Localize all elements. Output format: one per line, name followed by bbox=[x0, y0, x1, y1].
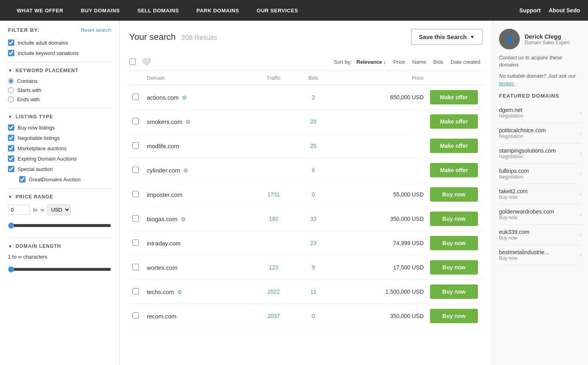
cb-special-label[interactable]: Special auction bbox=[18, 166, 53, 172]
featured-item-7[interactable]: bestmetalindustrie... Buy now › bbox=[499, 245, 582, 265]
save-search-button[interactable]: Save this Search ▼ bbox=[411, 29, 483, 45]
nav-support[interactable]: Support bbox=[519, 7, 541, 14]
radio-contains-label[interactable]: Contains bbox=[17, 78, 37, 84]
featured-item-3[interactable]: fulltrips.com Negotiation › bbox=[499, 164, 582, 184]
cb-keyword-label[interactable]: Include keyword variations bbox=[18, 50, 79, 56]
cb-marketplace-label[interactable]: Marketplace auctions bbox=[18, 145, 67, 151]
traffic-val-5: 182 bbox=[252, 207, 296, 231]
radio-contains[interactable] bbox=[8, 78, 14, 84]
buy-now-button-9[interactable]: Buy now bbox=[430, 309, 478, 323]
search-title: Your search bbox=[129, 32, 176, 42]
col-traffic: Traffic bbox=[252, 71, 296, 85]
cb-marketplace[interactable] bbox=[8, 145, 14, 151]
cb-expiring-label[interactable]: Expiring Domain Auctions bbox=[18, 156, 77, 162]
cb-great-label[interactable]: GreatDomains Auction bbox=[29, 177, 81, 182]
buy-now-button-5[interactable]: Buy now bbox=[430, 212, 478, 226]
featured-arrow-7: › bbox=[580, 251, 582, 259]
gear-icon-8[interactable]: ⚙ bbox=[177, 289, 182, 295]
row-checkbox-4[interactable] bbox=[132, 191, 139, 197]
nav-sell-domains[interactable]: SELL DOMAINS bbox=[128, 0, 187, 21]
search-count: 208 Results bbox=[182, 34, 217, 41]
featured-item-4[interactable]: takeit2.com Buy now › bbox=[499, 184, 582, 204]
table-row: biogas.com ⚙ 182 33 350,000 USD Buy now bbox=[129, 207, 483, 231]
nav-about-sedo[interactable]: About Sedo bbox=[549, 7, 580, 14]
row-checkbox-7[interactable] bbox=[132, 264, 139, 270]
listing-type-section[interactable]: ▼ LISTING TYPE bbox=[8, 114, 111, 120]
reset-search-link[interactable]: Reset search bbox=[81, 27, 111, 33]
cb-buy-now-label[interactable]: Buy now listings bbox=[18, 125, 55, 131]
gear-icon-5[interactable]: ⚙ bbox=[181, 216, 186, 222]
row-checkbox-5[interactable] bbox=[132, 215, 139, 222]
radio-ends-label[interactable]: Ends with bbox=[17, 96, 39, 102]
sort-date-created[interactable]: Date created bbox=[448, 58, 483, 66]
listing-type-arrow: ▼ bbox=[8, 114, 12, 119]
make-offer-button-3[interactable]: Make offer bbox=[430, 163, 478, 177]
domain-length-section[interactable]: ▼ DOMAIN LENGTH bbox=[8, 243, 111, 249]
keyword-placement-arrow: ▼ bbox=[8, 68, 12, 73]
select-all-checkbox[interactable] bbox=[129, 59, 136, 65]
bids-val-7: 9 bbox=[296, 255, 331, 280]
domain-length-slider[interactable] bbox=[8, 266, 111, 273]
traffic-val-7: 123 bbox=[252, 255, 296, 280]
cb-negotiable[interactable] bbox=[8, 135, 14, 141]
table-row: imposter.com 1731 0 55,000 USD Buy now bbox=[129, 182, 483, 207]
row-checkbox-9[interactable] bbox=[132, 312, 139, 319]
currency-select[interactable]: USD EUR GBP bbox=[47, 204, 71, 215]
price-range-section[interactable]: ▼ PRICE RANGE bbox=[8, 194, 111, 200]
nav-buy-domains[interactable]: BUY DOMAINS bbox=[72, 0, 129, 21]
buy-now-button-6[interactable]: Buy now bbox=[430, 236, 478, 250]
featured-list: dgem.net Negotiation › politicalchoice.c… bbox=[499, 103, 582, 265]
featured-item-1[interactable]: politicalchoice.com Negotiation › bbox=[499, 123, 582, 143]
gear-icon-3[interactable]: ⚙ bbox=[183, 167, 188, 174]
featured-type-4: Buy now bbox=[499, 194, 528, 200]
bids-val-1: 28 bbox=[296, 110, 331, 134]
row-checkbox-1[interactable] bbox=[132, 118, 139, 124]
row-checkbox-0[interactable] bbox=[132, 94, 139, 100]
nav-park-domains[interactable]: PARK DOMAINS bbox=[187, 0, 248, 21]
row-checkbox-2[interactable] bbox=[132, 142, 139, 149]
bids-val-4: 0 bbox=[296, 182, 331, 207]
cb-adult-label[interactable]: Include adult domains bbox=[18, 40, 68, 46]
featured-arrow-2: › bbox=[580, 150, 582, 157]
sort-price[interactable]: Price bbox=[391, 58, 408, 66]
nav-what-we-offer[interactable]: WHAT WE OFFER bbox=[8, 0, 72, 21]
featured-item-2[interactable]: stampingsolutions.com Negotiation › bbox=[499, 143, 582, 164]
cb-expiring[interactable] bbox=[8, 155, 14, 162]
make-offer-button-2[interactable]: Make offer bbox=[430, 139, 478, 153]
price-min-input[interactable] bbox=[8, 205, 30, 215]
buy-now-button-7[interactable]: Buy now bbox=[430, 260, 478, 275]
sort-relevance[interactable]: Relevance ↓ bbox=[354, 58, 389, 66]
featured-item-5[interactable]: goldenwardrobes.com Buy now › bbox=[499, 204, 582, 225]
make-offer-button-1[interactable]: Make offer bbox=[430, 114, 478, 129]
featured-type-3: Negotiation bbox=[499, 174, 529, 180]
row-checkbox-8[interactable] bbox=[132, 288, 139, 294]
featured-item-6[interactable]: euk339.com Buy now › bbox=[499, 225, 582, 245]
buy-now-button-8[interactable]: Buy now bbox=[430, 285, 478, 299]
radio-starts[interactable] bbox=[8, 87, 14, 93]
row-checkbox-6[interactable] bbox=[132, 239, 139, 246]
nav-our-services[interactable]: OUR SERVICES bbox=[248, 0, 307, 21]
watchlist-icon[interactable]: 🤍 bbox=[141, 57, 151, 67]
gear-icon-0[interactable]: ⚙ bbox=[182, 94, 187, 101]
featured-item-0[interactable]: dgem.net Negotiation › bbox=[499, 103, 582, 123]
featured-domain-7: bestmetalindustrie... bbox=[499, 249, 549, 255]
cb-great[interactable] bbox=[19, 176, 26, 182]
cb-include-keyword[interactable] bbox=[8, 50, 14, 56]
keyword-placement-section[interactable]: ▼ KEYWORD PLACEMENT bbox=[8, 68, 111, 73]
broker-link[interactable]: broker. bbox=[499, 80, 515, 86]
cb-special[interactable] bbox=[8, 166, 14, 172]
price-val-4: 55,000 USD bbox=[331, 182, 427, 207]
row-checkbox-3[interactable] bbox=[132, 167, 139, 173]
radio-ends[interactable] bbox=[8, 96, 14, 102]
buy-now-button-4[interactable]: Buy now bbox=[430, 187, 478, 202]
cb-buy-now[interactable] bbox=[8, 124, 14, 131]
make-offer-button-0[interactable]: Make offer bbox=[430, 90, 478, 104]
price-range-slider[interactable] bbox=[8, 222, 111, 229]
radio-starts-label[interactable]: Starts with bbox=[17, 87, 41, 93]
gear-icon-1[interactable]: ⚙ bbox=[185, 119, 191, 125]
sort-bids[interactable]: Bids bbox=[431, 58, 446, 66]
domain-name-2: modlife.com bbox=[147, 143, 179, 149]
cb-include-adult[interactable] bbox=[8, 39, 14, 46]
sort-name[interactable]: Name bbox=[410, 58, 429, 66]
cb-negotiable-label[interactable]: Negotiable listings bbox=[18, 135, 60, 141]
